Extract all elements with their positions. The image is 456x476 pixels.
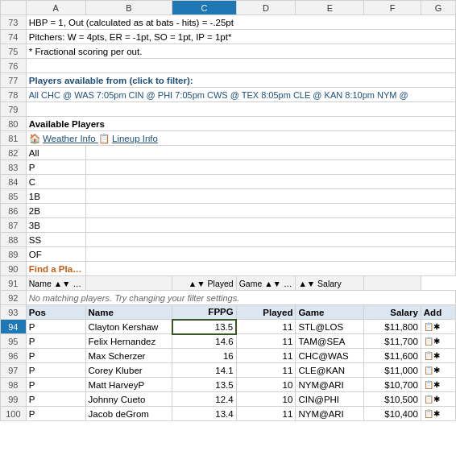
row-num-98: 98 xyxy=(1,378,27,392)
cell-79-a xyxy=(26,102,455,117)
col-fppg-header[interactable]: ▲▼ Played xyxy=(172,276,236,291)
cell-78-a[interactable]: All CHC @ WAS 7:05pm CIN @ PHI 7:05pm CW… xyxy=(26,88,455,102)
col-a-header: A xyxy=(26,1,85,15)
played-cueto: 10 xyxy=(236,392,296,407)
cell-87-a[interactable]: 3B xyxy=(26,218,85,233)
add-hernandez[interactable]: 📋✱ xyxy=(421,334,455,349)
name-scherzer: Max Scherzer xyxy=(85,349,172,363)
row-num-87: 87 xyxy=(1,218,27,233)
row-num-75: 75 xyxy=(1,44,27,59)
no-match-message: No matching players. Try changing your f… xyxy=(26,291,455,305)
table-row: 73 HBP = 1, Out (calculated as at bats -… xyxy=(1,15,456,30)
main-table: A B C D E F G 73 HBP = 1, Out (calculate… xyxy=(0,0,456,421)
game-kluber: CLE@KAN xyxy=(296,363,364,378)
spreadsheet: A B C D E F G 73 HBP = 1, Out (calculate… xyxy=(0,0,456,476)
lineup-info-link[interactable]: Lineup Info xyxy=(112,134,158,143)
add-degrom[interactable]: 📋✱ xyxy=(421,407,455,421)
pos-cueto: P xyxy=(26,392,85,407)
cell-87-rest xyxy=(85,218,456,233)
row-num-95: 95 xyxy=(1,334,27,349)
played-hernandez: 11 xyxy=(236,334,296,349)
column-header-row: A B C D E F G xyxy=(1,1,456,15)
game-cueto: CIN@PHI xyxy=(296,392,364,407)
row-num-97: 97 xyxy=(1,363,27,378)
cell-74-a: Pitchers: W = 4pts, ER = -1pt, SO = 1pt,… xyxy=(26,30,455,44)
data-col-fppg: FPPG xyxy=(172,305,236,320)
cell-81-a[interactable]: 🏠 Weather Info 📋 Lineup Info xyxy=(26,131,455,146)
cell-77-a: Players available from (click to filter)… xyxy=(26,73,455,88)
row-num-86: 86 xyxy=(1,204,27,218)
game-degrom: NYM@ARI xyxy=(296,407,364,421)
cell-85-a[interactable]: 1B xyxy=(26,189,85,204)
row-num-80: 80 xyxy=(1,117,27,131)
add-harvey[interactable]: 📋✱ xyxy=(421,378,455,392)
cell-83-rest xyxy=(85,160,456,175)
col-game-header[interactable]: Game ▲▼ ◄ ▶ xyxy=(236,276,296,291)
row-num-99: 99 xyxy=(1,392,27,407)
player-row-hernandez: 95 P Felix Hernandez 14.6 11 TAM@SEA $11… xyxy=(1,334,456,349)
table-row: 78 All CHC @ WAS 7:05pm CIN @ PHI 7:05pm… xyxy=(1,88,456,102)
cell-88-a[interactable]: SS xyxy=(26,233,85,247)
cell-80-a: Available Players xyxy=(26,117,455,131)
cell-86-rest xyxy=(85,204,456,218)
cell-89-rest xyxy=(85,247,456,262)
fppg-kluber: 14.1 xyxy=(172,363,236,378)
row-num-91: 91 xyxy=(1,276,27,291)
row-num-81: 81 xyxy=(1,131,27,146)
row-num-96: 96 xyxy=(1,349,27,363)
player-row-cueto: 99 P Johnny Cueto 12.4 10 CIN@PHI $10,50… xyxy=(1,392,456,407)
add-kluber[interactable]: 📋✱ xyxy=(421,363,455,378)
cell-84-rest xyxy=(85,175,456,189)
row-num-77: 77 xyxy=(1,73,27,88)
cell-90-a: Find a Player xyxy=(26,262,85,276)
table-row: 84 C xyxy=(1,175,456,189)
played-scherzer: 11 xyxy=(236,349,296,363)
name-kershaw: Clayton Kershaw xyxy=(85,320,172,334)
add-kershaw[interactable]: 📋✱ xyxy=(421,320,455,334)
name-cueto: Johnny Cueto xyxy=(85,392,172,407)
add-cueto[interactable]: 📋✱ xyxy=(421,392,455,407)
weather-info-link[interactable]: Weather Info xyxy=(43,134,98,143)
col-f-header: F xyxy=(364,1,421,15)
player-row-scherzer: 96 P Max Scherzer 16 11 CHC@WAS $11,600 … xyxy=(1,349,456,363)
data-col-salary: Salary xyxy=(364,305,421,320)
cell-89-a[interactable]: OF xyxy=(26,247,85,262)
cell-88-rest xyxy=(85,233,456,247)
row-num-79: 79 xyxy=(1,102,27,117)
fppg-harvey: 13.5 xyxy=(172,378,236,392)
salary-harvey: $10,700 xyxy=(364,378,421,392)
cell-73-a: HBP = 1, Out (calculated as at bats - hi… xyxy=(26,15,455,30)
table-row: 75 * Fractional scoring per out. xyxy=(1,44,456,59)
table-row: 76 xyxy=(1,59,456,73)
add-scherzer[interactable]: 📋✱ xyxy=(421,349,455,363)
player-row-harvey: 98 P Matt HarveyP 13.5 10 NYM@ARI $10,70… xyxy=(1,378,456,392)
played-harvey: 10 xyxy=(236,378,296,392)
fppg-cueto: 12.4 xyxy=(172,392,236,407)
data-col-pos: Pos xyxy=(26,305,85,320)
table-row: 88 SS xyxy=(1,233,456,247)
cell-83-a[interactable]: P xyxy=(26,160,85,175)
cell-84-a[interactable]: C xyxy=(26,175,85,189)
table-row: 80 Available Players xyxy=(1,117,456,131)
cell-85-rest xyxy=(85,189,456,204)
col-salary-header[interactable]: ▲▼ Salary xyxy=(296,276,364,291)
cell-86-a[interactable]: 2B xyxy=(26,204,85,218)
fppg-kershaw: 13.5 xyxy=(172,320,236,334)
table-row: 74 Pitchers: W = 4pts, ER = -1pt, SO = 1… xyxy=(1,30,456,44)
row-num-92: 92 xyxy=(1,291,27,305)
row-num-82: 82 xyxy=(1,146,27,160)
corner-cell xyxy=(1,1,27,15)
column-sort-row: 91 Name ▲▼ ◄ ▶ ▲▼ Played Game ▲▼ ◄ ▶ ▲▼ … xyxy=(1,276,456,291)
name-kluber: Corey Kluber xyxy=(85,363,172,378)
cell-82-rest xyxy=(85,146,456,160)
cell-75-a: * Fractional scoring per out. xyxy=(26,44,455,59)
cell-82-a[interactable]: All xyxy=(26,146,85,160)
salary-cueto: $10,500 xyxy=(364,392,421,407)
col-name-header[interactable]: Name ▲▼ ◄ ▶ xyxy=(26,276,85,291)
col-c-header: C xyxy=(172,1,236,15)
col-d-header: D xyxy=(236,1,296,15)
table-row: 82 All xyxy=(1,146,456,160)
col-fppg-sort[interactable] xyxy=(85,276,172,291)
salary-hernandez: $11,700 xyxy=(364,334,421,349)
player-row-kershaw: 94 P Clayton Kershaw 13.5 11 STL@LOS $11… xyxy=(1,320,456,334)
